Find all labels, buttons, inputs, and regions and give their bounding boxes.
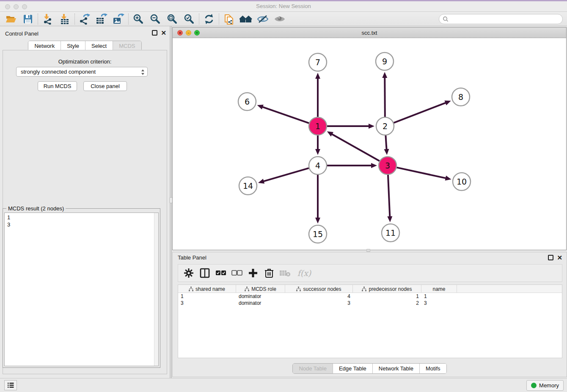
- table-cell[interactable]: 1: [421, 293, 457, 300]
- open-session-button[interactable]: [3, 13, 19, 25]
- delete-column-button[interactable]: [262, 266, 276, 280]
- save-floppy-icon: [23, 14, 33, 24]
- graph-node-8[interactable]: 8: [452, 88, 470, 106]
- tab-style[interactable]: Style: [61, 41, 85, 51]
- graph-node-7[interactable]: 7: [309, 53, 327, 71]
- zoom-in-button[interactable]: [130, 13, 147, 25]
- network-canvas[interactable]: 7968124314101511: [173, 38, 566, 250]
- mcds-result-textarea[interactable]: 13: [4, 213, 159, 366]
- first-neighbors-button[interactable]: [237, 13, 254, 25]
- criterion-dropdown[interactable]: strongly connected component: [16, 67, 148, 77]
- show-all-button[interactable]: [271, 13, 288, 25]
- column-header-MCDS-role[interactable]: MCDS role: [236, 285, 285, 293]
- splitter-handle[interactable]: [366, 249, 370, 252]
- delete-table-button[interactable]: [278, 266, 292, 280]
- table-cell[interactable]: dominator: [236, 293, 285, 300]
- tab-network[interactable]: Network: [28, 41, 61, 51]
- zoom-selected-button[interactable]: [181, 13, 198, 25]
- network-window-titlebar[interactable]: ✕ − + scc.txt: [173, 28, 566, 38]
- eye-icon: [274, 14, 286, 24]
- close-table-panel-icon[interactable]: ✕: [557, 255, 562, 260]
- edge-1-6[interactable]: [262, 107, 309, 123]
- table-cell[interactable]: dominator: [236, 300, 285, 306]
- column-header-shared-name[interactable]: shared name: [178, 285, 236, 293]
- graph-node-2[interactable]: 2: [376, 117, 394, 135]
- column-header-name[interactable]: name: [421, 285, 457, 293]
- table-cell[interactable]: 2: [353, 300, 421, 306]
- arrowhead-1-4: [315, 149, 320, 155]
- zoom-fit-button[interactable]: [164, 13, 181, 25]
- graph-node-11[interactable]: 11: [382, 224, 399, 242]
- unselect-all-columns-button[interactable]: [230, 266, 244, 280]
- import-table-button[interactable]: [56, 13, 73, 25]
- tab-network-table[interactable]: Network Table: [373, 364, 420, 373]
- graph-node-15[interactable]: 15: [309, 225, 327, 243]
- run-mcds-button[interactable]: Run MCDS: [38, 81, 77, 91]
- control-panel: Control Panel ✕ NetworkStyleSelectMCDS O…: [0, 26, 170, 378]
- export-table-button[interactable]: [93, 13, 110, 25]
- column-header-successor-nodes[interactable]: successor nodes: [285, 285, 353, 293]
- arrowhead-1-7: [315, 73, 320, 79]
- table-cell[interactable]: 3: [285, 300, 353, 306]
- table-cell[interactable]: 3: [178, 300, 236, 306]
- edge-2-3[interactable]: [385, 135, 386, 150]
- table-row[interactable]: 3dominator323: [178, 300, 562, 306]
- trash-icon: [264, 268, 274, 278]
- task-history-button[interactable]: [4, 380, 17, 390]
- tab-edge-table[interactable]: Edge Table: [333, 364, 373, 373]
- close-panel-icon[interactable]: ✕: [161, 30, 166, 36]
- arrowhead-2-9: [382, 72, 387, 78]
- hierarchy-icon: [189, 287, 193, 291]
- column-header-predecessor-nodes[interactable]: predecessor nodes: [353, 285, 421, 293]
- edge-2-9[interactable]: [385, 77, 385, 117]
- gear-icon: [184, 268, 193, 278]
- copy-network-button[interactable]: [220, 13, 237, 25]
- vertical-splitter[interactable]: [170, 26, 172, 378]
- apply-layout-button[interactable]: [201, 13, 217, 25]
- network-graph[interactable]: 7968124314101511: [173, 38, 566, 250]
- close-panel-button[interactable]: Close panel: [83, 81, 127, 91]
- graph-node-3[interactable]: 3: [379, 157, 396, 174]
- select-all-columns-button[interactable]: [214, 266, 228, 280]
- table-cell[interactable]: 4: [285, 293, 353, 300]
- edge-3-10[interactable]: [396, 168, 446, 178]
- table-cell[interactable]: 1: [178, 293, 236, 300]
- export-image-button[interactable]: [110, 13, 127, 25]
- graph-node-6[interactable]: 6: [238, 93, 256, 110]
- edge-2-8[interactable]: [394, 102, 446, 123]
- memory-button[interactable]: Memory: [526, 380, 564, 391]
- graph-node-4[interactable]: 4: [309, 157, 327, 174]
- edge-3-1[interactable]: [331, 134, 380, 161]
- tab-mcds[interactable]: MCDS: [113, 41, 141, 51]
- edge-4-14[interactable]: [263, 168, 309, 182]
- tab-motifs[interactable]: Motifs: [420, 364, 446, 373]
- graph-node-1[interactable]: 1: [309, 117, 327, 135]
- hide-selected-button[interactable]: [254, 13, 271, 25]
- table-row[interactable]: 1dominator411: [178, 293, 562, 300]
- float-panel-icon[interactable]: [152, 30, 157, 36]
- add-column-button[interactable]: [246, 266, 260, 280]
- table-cell[interactable]: 3: [421, 300, 457, 306]
- float-table-panel-icon[interactable]: [548, 255, 553, 260]
- result-scrollbar[interactable]: [154, 213, 158, 366]
- arrowhead-2-8: [444, 100, 451, 105]
- graph-node-14[interactable]: 14: [239, 177, 257, 195]
- table-cell[interactable]: 1: [353, 293, 421, 300]
- save-session-button[interactable]: [19, 13, 36, 25]
- function-builder-button[interactable]: f(x): [294, 266, 314, 280]
- tab-select[interactable]: Select: [85, 41, 113, 51]
- zoom-out-button[interactable]: [147, 13, 164, 25]
- edge-3-11[interactable]: [388, 175, 390, 217]
- tab-node-table[interactable]: Node Table: [293, 364, 333, 373]
- zoom-fit-icon: [167, 14, 178, 25]
- export-image-icon: [113, 14, 124, 25]
- search-input[interactable]: [439, 14, 563, 24]
- graph-node-9[interactable]: 9: [376, 52, 394, 70]
- import-network-icon: [42, 14, 53, 25]
- graph-node-10[interactable]: 10: [453, 173, 471, 190]
- split-columns-button[interactable]: [198, 266, 212, 280]
- export-network-button[interactable]: [76, 13, 93, 25]
- table-settings-button[interactable]: [182, 266, 196, 280]
- import-network-button[interactable]: [39, 13, 56, 25]
- column-label: MCDS role: [251, 286, 276, 292]
